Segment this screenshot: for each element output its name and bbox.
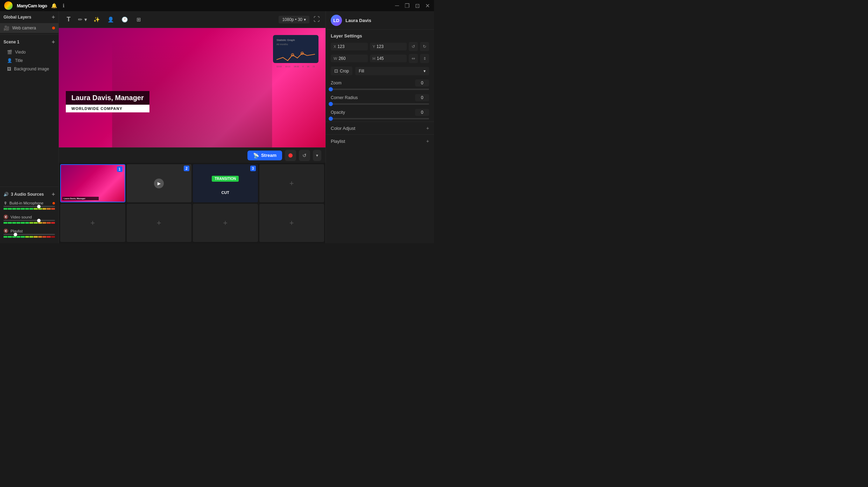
fullscreen-button[interactable]: ⛶ (312, 14, 321, 25)
mic-slider[interactable] (4, 206, 55, 207)
maximize-button[interactable]: ⊡ (415, 2, 420, 9)
webcam-active-dot (52, 27, 55, 29)
scene-thumb-add-7[interactable]: + (193, 204, 258, 242)
video-slider-thumb[interactable] (37, 219, 41, 222)
add-scene-layer-button[interactable]: + (52, 39, 55, 45)
app-logo-icon (4, 1, 13, 10)
sidebar-item-title[interactable]: 👤 Title (0, 56, 58, 65)
opacity-slider-thumb[interactable] (329, 117, 333, 121)
audio-source-mic: 🎙 Build-in Microphone (0, 200, 58, 213)
fit-height-button[interactable]: ⇕ (420, 54, 429, 63)
magic-tool-button[interactable]: ✨ (91, 14, 102, 25)
crop-fill-row: ⊡ Crop Fill ▾ (326, 64, 434, 77)
right-panel: LD Laura Davis Layer Settings X 123 Y 12… (326, 11, 434, 243)
sidebar-item-background-image[interactable]: 🖼 Background image (0, 65, 58, 73)
close-button[interactable]: ✕ (425, 2, 430, 9)
refresh-button[interactable]: ↺ (299, 150, 310, 161)
app-name: ManyCam logo (17, 3, 47, 8)
stream-chevron-button[interactable]: ▾ (313, 150, 321, 161)
sidebar-item-viedo[interactable]: 🎬 Viedo (0, 48, 58, 56)
video-slider[interactable] (4, 220, 55, 221)
restore-button[interactable]: ❐ (405, 2, 410, 9)
add-scene-8-icon: + (289, 218, 294, 228)
preview-area: Statistic Graph All months 12.0213.1118.… (59, 28, 326, 147)
opacity-slider-track[interactable] (331, 118, 429, 119)
refresh-icon: ↺ (302, 153, 307, 158)
title-icon: 👤 (7, 58, 12, 63)
titlebar: ManyCam logo 🔔 ℹ ─ ❐ ⊡ ✕ (0, 0, 434, 11)
scene-thumb-2[interactable]: ▶ 2 (127, 164, 192, 202)
resolution-value: 1080p • 30 (282, 17, 302, 22)
meter-bar-orange-1 (42, 208, 46, 210)
viedo-label: Viedo (15, 50, 26, 55)
fit-width-button[interactable]: ⇔ (409, 54, 418, 63)
preview-canvas: Statistic Graph All months 12.0213.1118.… (59, 28, 326, 147)
scene-thumb-add-5[interactable]: + (60, 204, 125, 242)
person-tool-button[interactable]: 👤 (105, 14, 116, 25)
zoom-slider-thumb[interactable] (329, 87, 333, 91)
resolution-chevron-icon: ▾ (304, 17, 306, 22)
mic-slider-thumb[interactable] (37, 205, 41, 208)
minimize-button[interactable]: ─ (395, 2, 399, 9)
stream-button[interactable]: 📡 Stream (247, 151, 282, 160)
bell-icon[interactable]: 🔔 (51, 3, 57, 8)
meter-bar-yellow-1 (34, 208, 37, 210)
scene-thumb-1[interactable]: Laura Davis, Manager 1 (60, 164, 125, 202)
corner-radius-slider-section: Corner Radius 0 (326, 92, 434, 107)
audio-icon: 🔊 (4, 192, 9, 197)
chevron-down-icon: ▾ (316, 153, 318, 158)
playlist-audio-icon: 🔇 (4, 229, 8, 233)
clock-tool-button[interactable]: 🕐 (119, 14, 130, 25)
info-icon[interactable]: ℹ (63, 3, 64, 8)
w-field: W 260 (331, 55, 368, 62)
subject-name: Laura Davis, Manager (66, 91, 149, 105)
brush-tool-button[interactable]: ✏ ▾ (77, 14, 88, 25)
add-audio-source-button[interactable]: + (52, 191, 55, 197)
resolution-button[interactable]: 1080p • 30 ▾ (279, 16, 309, 23)
playlist-section[interactable]: Playlist + (326, 134, 434, 147)
mic-active-dot (52, 202, 55, 204)
opacity-value: 0 (415, 109, 429, 116)
playlist-meter (4, 236, 55, 238)
wh-row: W 260 H 145 ⇔ ⇕ (326, 53, 434, 64)
audio-section: 🔊 3 Audio Sources + 🎙 Build-in Microphon… (0, 187, 58, 243)
meter-bar-green-1 (4, 208, 7, 210)
fill-select[interactable]: Fill ▾ (355, 67, 429, 75)
scene-thumb-add-8[interactable]: + (259, 204, 324, 242)
redo-position-button[interactable]: ↻ (420, 42, 429, 51)
meter-bar-green-7 (29, 208, 33, 210)
viedo-icon: 🎬 (7, 50, 12, 55)
window-controls: ─ ❐ ⊡ ✕ (395, 2, 430, 9)
zoom-label-row: Zoom 0 (331, 79, 429, 86)
sidebar-item-webcam[interactable]: 🎥 Web camera (0, 23, 58, 33)
center-panel: T ✏ ▾ ✨ 👤 🕐 ⊞ 1080p • 30 ▾ ⛶ Statistic G… (59, 11, 326, 243)
crop-button[interactable]: ⊡ Crop (331, 67, 352, 75)
scenes-grid: Laura Davis, Manager 1 ▶ 2 TRANSITION CU… (59, 163, 326, 243)
scene-thumb-3[interactable]: TRANSITION CUT 3 (193, 164, 258, 202)
scene-1-preview: Laura Davis, Manager (61, 165, 125, 202)
user-header: LD Laura Davis (326, 11, 434, 30)
scene-1-name-bar: Laura Davis, Manager (62, 197, 99, 200)
reset-position-button[interactable]: ↺ (409, 42, 418, 51)
scene-thumb-add-4[interactable]: + (259, 164, 324, 202)
corner-radius-slider-thumb[interactable] (329, 102, 333, 106)
zoom-slider-track[interactable] (331, 89, 429, 90)
grid-tool-button[interactable]: ⊞ (133, 14, 144, 25)
playlist-label: Playlist (10, 229, 23, 233)
scene-3-cut-label: CUT (221, 190, 229, 195)
user-avatar: LD (331, 15, 342, 26)
corner-radius-slider-track[interactable] (331, 103, 429, 105)
color-adjust-section[interactable]: Color Adjust + (326, 121, 434, 134)
add-global-layer-button[interactable]: + (52, 14, 55, 20)
scene-header: Scene 1 + (0, 36, 58, 48)
h-field: H 145 (370, 55, 407, 62)
w-value: 260 (338, 56, 365, 61)
playlist-slider[interactable] (4, 234, 55, 235)
text-tool-button[interactable]: T (63, 14, 74, 25)
name-bar: Laura Davis, Manager WORLDWIDE COMPANY (66, 91, 149, 112)
record-button[interactable] (285, 150, 296, 161)
scene-thumb-add-6[interactable]: + (127, 204, 192, 242)
video-meter (4, 222, 55, 224)
fill-chevron-icon: ▾ (424, 69, 426, 74)
mic-meter (4, 208, 55, 210)
